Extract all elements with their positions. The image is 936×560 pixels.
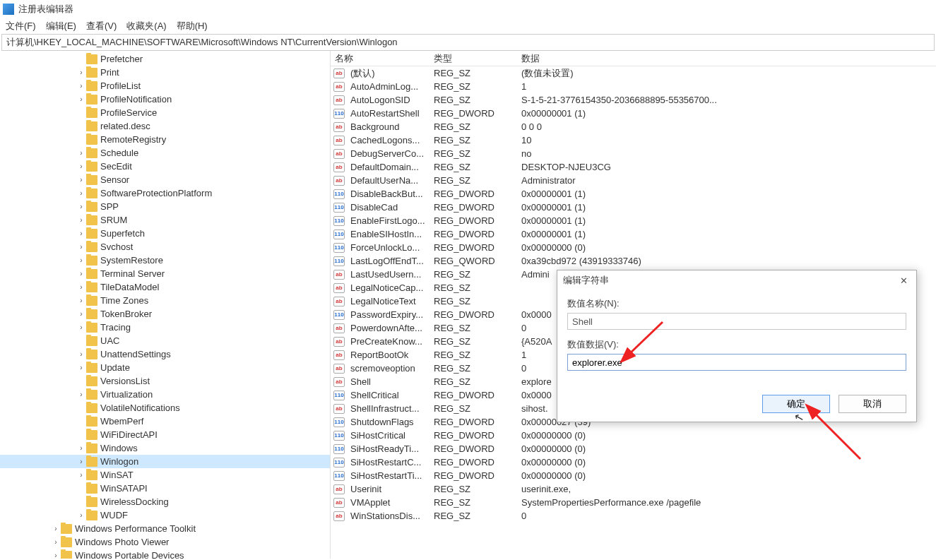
tree-item[interactable]: ›SystemRestore bbox=[0, 254, 330, 267]
tree-item[interactable]: ›SPP bbox=[0, 200, 330, 213]
tree-item[interactable]: Prefetcher bbox=[0, 52, 330, 66]
tree-item[interactable]: RemoteRegistry bbox=[0, 133, 330, 146]
expand-caret-icon[interactable]: › bbox=[76, 297, 86, 304]
col-data[interactable]: 数据 bbox=[517, 52, 936, 65]
list-row[interactable]: 110AutoRestartShellREG_DWORD0x00000001 (… bbox=[331, 107, 936, 120]
tree-item[interactable]: ›Terminal Server bbox=[0, 267, 330, 280]
tree-item[interactable]: ›Svchost bbox=[0, 240, 330, 254]
list-row[interactable]: abUserinitREG_SZuserinit.exe, bbox=[331, 482, 936, 496]
expand-caret-icon[interactable]: › bbox=[76, 283, 86, 291]
expand-caret-icon[interactable]: › bbox=[76, 216, 86, 224]
expand-caret-icon[interactable]: › bbox=[76, 391, 86, 398]
cancel-button[interactable]: 取消 bbox=[839, 395, 906, 413]
list-row[interactable]: 110DisableCadREG_DWORD0x00000001 (1) bbox=[331, 201, 936, 214]
list-row[interactable]: abDebugServerCo...REG_SZno bbox=[331, 147, 936, 160]
list-row[interactable]: 110ForceUnlockLo...REG_DWORD0x00000000 (… bbox=[331, 241, 936, 254]
tree-item[interactable]: ›TokenBroker bbox=[0, 307, 330, 321]
list-row[interactable]: 110LastLogOffEndT...REG_QWORD0xa39cbd972… bbox=[331, 254, 936, 268]
menu-help[interactable]: 帮助(H) bbox=[177, 20, 208, 32]
expand-caret-icon[interactable]: › bbox=[76, 176, 86, 184]
tree-item[interactable]: ›Winlogon bbox=[0, 455, 330, 468]
tree-item[interactable]: ›TileDataModel bbox=[0, 280, 330, 294]
tree-item[interactable]: UAC bbox=[0, 334, 330, 347]
tree-item[interactable]: WirelessDocking bbox=[0, 495, 330, 508]
tree-item[interactable]: ProfileService bbox=[0, 106, 330, 119]
tree-item[interactable]: ›SecEdit bbox=[0, 160, 330, 173]
tree-item[interactable]: ›Time Zones bbox=[0, 294, 330, 307]
list-row[interactable]: abCachedLogons...REG_SZ10 bbox=[331, 133, 936, 147]
tree-item[interactable]: ›UnattendSettings bbox=[0, 347, 330, 361]
expand-caret-icon[interactable]: › bbox=[76, 95, 86, 103]
expand-caret-icon[interactable]: › bbox=[76, 149, 86, 157]
tree-item[interactable]: VersionsList bbox=[0, 374, 330, 388]
tree-item[interactable]: ›ProfileNotification bbox=[0, 93, 330, 106]
list-row[interactable]: 110SiHostRestartTi...REG_DWORD0x00000000… bbox=[331, 469, 936, 482]
list-row[interactable]: abBackgroundREG_SZ0 0 0 bbox=[331, 120, 936, 133]
expand-caret-icon[interactable]: › bbox=[51, 552, 61, 559]
tree-item[interactable]: ›ProfileList bbox=[0, 79, 330, 93]
tree-item[interactable]: ›Schedule bbox=[0, 146, 330, 160]
expand-caret-icon[interactable]: › bbox=[76, 270, 86, 278]
tree-item[interactable]: WbemPerf bbox=[0, 415, 330, 428]
list-row[interactable]: 110SiHostCriticalREG_DWORD0x00000000 (0) bbox=[331, 429, 936, 442]
tree-item[interactable]: ›Windows bbox=[0, 441, 330, 455]
expand-caret-icon[interactable]: › bbox=[76, 230, 86, 237]
tree-item[interactable]: ›Sensor bbox=[0, 173, 330, 186]
expand-caret-icon[interactable]: › bbox=[76, 189, 86, 197]
tree-item[interactable]: ›Windows Portable Devices bbox=[0, 549, 330, 559]
list-row[interactable]: abDefaultDomain...REG_SZDESKTOP-NJEU3CG bbox=[331, 160, 936, 174]
tree-item[interactable]: WinSATAPI bbox=[0, 482, 330, 495]
expand-caret-icon[interactable]: › bbox=[76, 444, 86, 452]
menu-file[interactable]: 文件(F) bbox=[6, 20, 36, 32]
tree-item[interactable]: ›Update bbox=[0, 361, 330, 374]
expand-caret-icon[interactable]: › bbox=[76, 243, 86, 251]
list-row[interactable]: abDefaultUserNa...REG_SZAdministrator bbox=[331, 174, 936, 187]
address-bar[interactable]: 计算机\HKEY_LOCAL_MACHINE\SOFTWARE\Microsof… bbox=[1, 34, 935, 51]
expand-caret-icon[interactable]: › bbox=[76, 458, 86, 465]
tree-item[interactable]: ›Windows Performance Toolkit bbox=[0, 522, 330, 535]
expand-caret-icon[interactable]: › bbox=[76, 203, 86, 210]
list-row[interactable]: 110EnableFirstLogo...REG_DWORD0x00000001… bbox=[331, 214, 936, 227]
tree-item[interactable]: ›Windows Photo Viewer bbox=[0, 535, 330, 549]
expand-caret-icon[interactable]: › bbox=[76, 256, 86, 264]
col-name[interactable]: 名称 bbox=[331, 52, 430, 65]
tree-item[interactable]: ›SRUM bbox=[0, 213, 330, 227]
tree-item[interactable]: related.desc bbox=[0, 119, 330, 133]
list-row[interactable]: 110SiHostRestartC...REG_DWORD0x00000000 … bbox=[331, 455, 936, 469]
ok-button[interactable]: 确定 bbox=[762, 395, 830, 413]
expand-caret-icon[interactable]: › bbox=[51, 525, 61, 532]
expand-caret-icon[interactable]: › bbox=[76, 471, 86, 479]
tree-item[interactable]: VolatileNotifications bbox=[0, 401, 330, 415]
menu-edit[interactable]: 编辑(E) bbox=[46, 20, 76, 32]
list-row[interactable]: 110SiHostReadyTi...REG_DWORD0x00000000 (… bbox=[331, 442, 936, 455]
value-data-input[interactable] bbox=[567, 354, 906, 371]
tree-item[interactable]: ›Tracing bbox=[0, 321, 330, 334]
tree-item[interactable]: WiFiDirectAPI bbox=[0, 428, 330, 441]
tree-item[interactable]: ›WUDF bbox=[0, 508, 330, 522]
list-row[interactable]: abWinStationsDis...REG_SZ0 bbox=[331, 509, 936, 523]
expand-caret-icon[interactable]: › bbox=[76, 162, 86, 170]
expand-caret-icon[interactable]: › bbox=[76, 364, 86, 371]
expand-caret-icon[interactable]: › bbox=[76, 68, 86, 76]
tree-item[interactable]: ›Virtualization bbox=[0, 388, 330, 401]
expand-caret-icon[interactable]: › bbox=[76, 511, 86, 519]
expand-caret-icon[interactable]: › bbox=[76, 350, 86, 358]
close-icon[interactable]: ✕ bbox=[896, 275, 911, 286]
list-row[interactable]: abAutoLogonSIDREG_SZS-1-5-21-3776154350-… bbox=[331, 93, 936, 107]
list-row[interactable]: ab(默认)REG_SZ(数值未设置) bbox=[331, 66, 936, 80]
registry-tree[interactable]: Prefetcher›Print›ProfileList›ProfileNoti… bbox=[0, 51, 331, 559]
menu-fav[interactable]: 收藏夹(A) bbox=[126, 20, 166, 32]
list-row[interactable]: abVMAppletREG_SZSystemPropertiesPerforma… bbox=[331, 496, 936, 509]
tree-item[interactable]: ›Superfetch bbox=[0, 227, 330, 240]
menu-view[interactable]: 查看(V) bbox=[86, 20, 117, 32]
list-row[interactable]: abAutoAdminLog...REG_SZ1 bbox=[331, 80, 936, 93]
list-row[interactable]: 110EnableSIHostIn...REG_DWORD0x00000001 … bbox=[331, 227, 936, 241]
expand-caret-icon[interactable]: › bbox=[76, 323, 86, 331]
tree-item[interactable]: ›SoftwareProtectionPlatform bbox=[0, 186, 330, 200]
list-header[interactable]: 名称 类型 数据 bbox=[331, 51, 936, 66]
expand-caret-icon[interactable]: › bbox=[76, 82, 86, 90]
tree-item[interactable]: ›WinSAT bbox=[0, 468, 330, 482]
col-type[interactable]: 类型 bbox=[430, 52, 517, 65]
list-row[interactable]: 110DisableBackBut...REG_DWORD0x00000001 … bbox=[331, 187, 936, 201]
tree-item[interactable]: ›Print bbox=[0, 66, 330, 79]
